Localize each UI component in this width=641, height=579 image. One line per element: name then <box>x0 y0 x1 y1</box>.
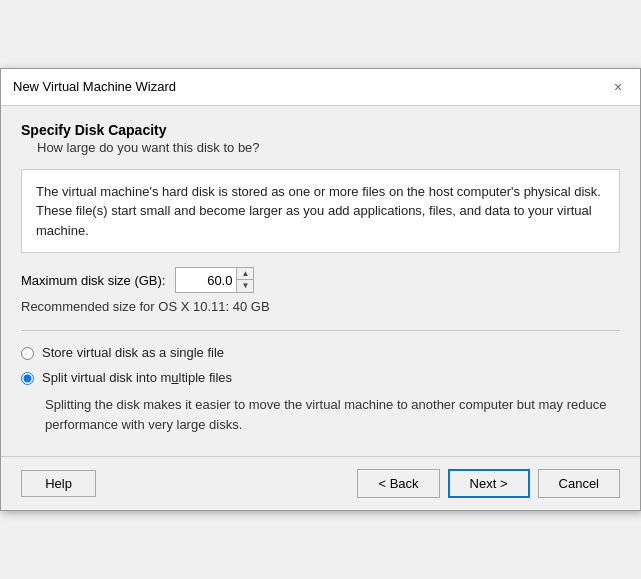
title-bar: New Virtual Machine Wizard × <box>1 69 640 106</box>
divider <box>21 330 620 331</box>
back-button[interactable]: < Back <box>357 469 439 498</box>
radio-item-multiple: Split virtual disk into multiple files <box>21 370 620 385</box>
dialog-window: New Virtual Machine Wizard × Specify Dis… <box>0 68 641 512</box>
disk-size-row: Maximum disk size (GB): ▲ ▼ <box>21 267 620 293</box>
info-box: The virtual machine's hard disk is store… <box>21 169 620 254</box>
disk-size-input[interactable] <box>176 271 236 290</box>
next-button[interactable]: Next > <box>448 469 530 498</box>
content-area: Specify Disk Capacity How large do you w… <box>1 106 640 457</box>
disk-size-label: Maximum disk size (GB): <box>21 273 165 288</box>
footer-right-buttons: < Back Next > Cancel <box>357 469 620 498</box>
dialog-title: New Virtual Machine Wizard <box>13 79 176 94</box>
spin-up-button[interactable]: ▲ <box>237 268 253 280</box>
radio-item-single: Store virtual disk as a single file <box>21 345 620 360</box>
spin-down-button[interactable]: ▼ <box>237 280 253 292</box>
radio-multiple-label[interactable]: Split virtual disk into multiple files <box>42 370 232 385</box>
radio-multiple-description: Splitting the disk makes it easier to mo… <box>45 395 620 434</box>
radio-group: Store virtual disk as a single file Spli… <box>21 345 620 434</box>
radio-multiple[interactable] <box>21 372 34 385</box>
radio-single-label[interactable]: Store virtual disk as a single file <box>42 345 224 360</box>
cancel-button[interactable]: Cancel <box>538 469 620 498</box>
spinner-buttons: ▲ ▼ <box>236 268 253 292</box>
info-text: The virtual machine's hard disk is store… <box>36 184 601 238</box>
page-heading: Specify Disk Capacity <box>21 122 620 138</box>
recommended-text: Recommended size for OS X 10.11: 40 GB <box>21 299 620 314</box>
help-button[interactable]: Help <box>21 470 96 497</box>
footer: Help < Back Next > Cancel <box>1 456 640 510</box>
radio-single[interactable] <box>21 347 34 360</box>
page-subheading: How large do you want this disk to be? <box>37 140 620 155</box>
disk-size-spinner[interactable]: ▲ ▼ <box>175 267 254 293</box>
close-button[interactable]: × <box>608 77 628 97</box>
